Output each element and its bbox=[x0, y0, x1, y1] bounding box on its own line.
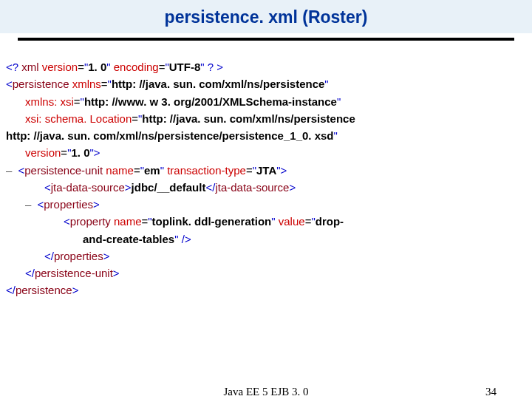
properties-open: – <properties> bbox=[6, 196, 526, 213]
jta-data-source: <jta-data-source>jdbc/__default</jta-dat… bbox=[6, 179, 526, 196]
version-attr: version="1. 0"> bbox=[6, 144, 526, 161]
property-value-cont: and-create-tables" /> bbox=[6, 231, 526, 248]
persistence-close: </persistence> bbox=[6, 282, 526, 299]
xml-declaration: <? xml version="1. 0" encoding="UTF-8" ?… bbox=[6, 58, 526, 75]
xml-code-block: <? xml version="1. 0" encoding="UTF-8" ?… bbox=[0, 41, 532, 299]
persistence-unit-close: </persistence-unit> bbox=[6, 265, 526, 282]
persistence-unit-open: – <persistence-unit name="em" transactio… bbox=[6, 162, 526, 179]
schema-location-1: xsi: schema. Location="http: //java. sun… bbox=[6, 110, 526, 127]
slide: persistence. xml (Roster) <? xml version… bbox=[0, 0, 532, 399]
schema-location-2: http: //java. sun. com/xml/ns/persistenc… bbox=[6, 127, 526, 144]
property-element: <property name="toplink. ddl-generation"… bbox=[6, 213, 526, 230]
xmlns-xsi: xmlns: xsi="http: //www. w 3. org/2001/X… bbox=[6, 93, 526, 110]
footer-center-text: Java EE 5 EJB 3. 0 bbox=[224, 386, 309, 398]
properties-close: </properties> bbox=[6, 248, 526, 265]
slide-number: 34 bbox=[485, 386, 497, 398]
slide-title: persistence. xml (Roster) bbox=[0, 7, 532, 27]
persistence-open: <persistence xmlns="http: //java. sun. c… bbox=[6, 75, 526, 92]
title-area: persistence. xml (Roster) bbox=[0, 0, 532, 33]
